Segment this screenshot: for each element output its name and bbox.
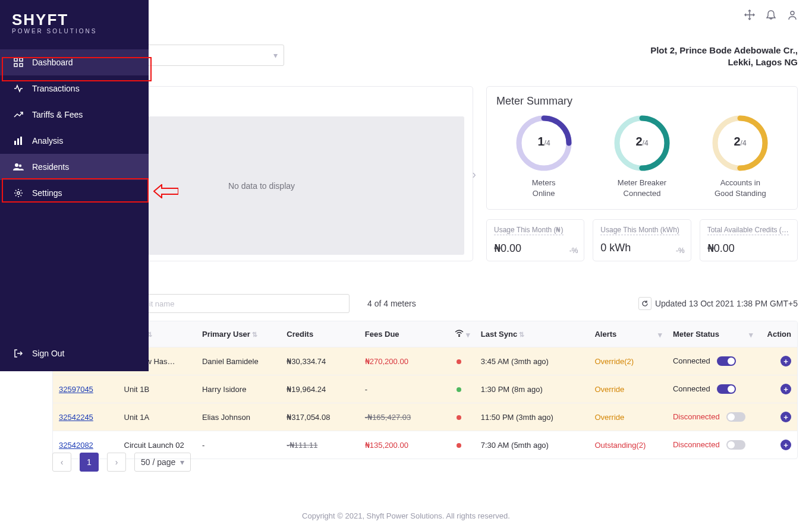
per-page-select[interactable]: 50 / page ▾ [134,453,191,472]
stat-card: Usage This Month (₦) ₦0.00 -% [486,219,584,261]
pager: ‹ 1 › 50 / page ▾ [52,453,191,472]
cell-user: - [196,431,281,459]
ring-label: MetersOnline [514,178,574,198]
stat-row: Usage This Month (₦) ₦0.00 -% Usage This… [486,219,798,261]
sidebar-item-analysis[interactable]: Analysis [0,128,149,154]
th-alerts[interactable]: Alerts▾ [588,321,666,347]
sidebar-item-transactions[interactable]: Transactions [0,75,149,102]
svg-rect-6 [20,137,22,145]
move-icon[interactable] [744,10,755,22]
cell-action: + [758,403,797,431]
cell-meter-id[interactable]: 32597045 [53,375,118,403]
cell-user: Elias Johnson [196,403,281,431]
logo-main: SHYFT [12,11,137,29]
signout-label: Sign Out [32,349,64,358]
sidebar-item-label: Settings [32,188,62,198]
meter-toggle[interactable] [726,412,745,422]
cell-sync: 1:30 PM (8m ago) [475,375,589,403]
cell-meter-status: Disconnected [667,403,758,431]
stat-value: ₦0.00 [494,242,577,255]
summary-column: Meter Summary 1/4 MetersOnline 2/4 Meter… [486,86,798,261]
stat-label: Usage This Month (kWh) [600,226,679,235]
cell-fees: ₦270,200.00 [359,347,443,375]
page-current[interactable]: 1 [80,453,99,472]
svg-rect-0 [14,58,17,61]
stat-pct: -% [569,246,578,255]
cell-fees: ₦135,200.00 [359,431,443,459]
sidebar-item-label: Residents [32,162,69,172]
table-row: 32597045 Unit 1B Harry Isidore ₦19,964.2… [53,375,797,403]
cell-meter-status: Connected [667,347,758,375]
cell-status-dot [443,403,475,431]
filter-icon: ▾ [658,330,662,339]
cell-status-dot [443,375,475,403]
meter-toggle[interactable] [717,356,736,366]
ring-label: Accounts inGood Standing [710,178,770,198]
cell-action: + [758,375,797,403]
sidebar-item-label: Dashboard [32,58,73,67]
th-signal[interactable]: ▾ [443,321,475,347]
page-prev[interactable]: ‹ [52,453,71,472]
meter-summary-card: Meter Summary 1/4 MetersOnline 2/4 Meter… [486,86,798,210]
sidebar-item-dashboard[interactable]: Dashboard [0,49,149,75]
sidebar-item-settings[interactable]: Settings [0,180,149,206]
ring-stat: 2/4 Accounts inGood Standing [710,113,770,198]
logo: SHYFT POWER SOLUTIONS [0,0,149,49]
cell-status-dot [443,431,475,459]
chart-next[interactable]: › [472,167,476,181]
stat-label: Usage This Month (₦) [494,226,564,235]
updated-info: Updated 13 Oct 2021 1:38 PM GMT+5 [638,297,798,310]
grid-icon [12,58,25,67]
th-action: Action [758,321,797,347]
cell-fees: - [359,375,443,403]
svg-text:2/4: 2/4 [635,135,648,148]
ring-stat: 2/4 Meter BreakerConnected [612,113,672,198]
header-row: ex ▾ Plot 2, Prince Bode Adebowale Cr., … [52,45,798,69]
meter-toggle[interactable] [717,384,736,394]
cell-credits: -₦111.11 [281,431,358,459]
chevron-down-icon: ▾ [180,457,184,467]
th-status[interactable]: Meter Status▾ [667,321,758,347]
svg-rect-3 [20,64,23,67]
refresh-icon[interactable] [638,297,652,310]
page-next[interactable]: › [107,453,126,472]
row-action-button[interactable]: + [780,384,791,394]
cell-sync: 3:45 AM (3mth ago) [475,347,589,375]
svg-rect-4 [14,141,16,145]
meter-summary-rings: 1/4 MetersOnline 2/4 Meter BreakerConnec… [496,113,788,198]
row-action-button[interactable]: + [780,440,791,450]
cell-meter-status: Disconnected [667,431,758,459]
footer: Copyright © 2021, Shyft Power Solutions.… [0,511,812,520]
row-action-button[interactable]: + [780,356,791,366]
th-sync[interactable]: Last Sync⇅ [475,321,589,347]
bell-icon[interactable] [766,10,776,22]
cell-meter-status: Connected [667,375,758,403]
meter-count: 4 of 4 meters [367,299,416,308]
logo-sub: POWER SOLUTIONS [12,28,137,34]
user-icon[interactable] [787,10,798,22]
cell-name: Unit 1A [118,403,196,431]
svg-rect-1 [20,58,23,61]
annotation-arrow [153,184,178,200]
cell-meter-id[interactable]: 32542245 [53,403,118,431]
svg-point-8 [19,165,22,167]
sidebar-item-residents[interactable]: Residents [0,154,149,180]
filter-icon: ▾ [749,330,753,339]
sidebar-item-tariffs[interactable]: Tariffs & Fees [0,102,149,128]
cell-fees: -₦165,427.03 [359,403,443,431]
stat-pct: -% [676,246,685,255]
svg-rect-2 [14,64,17,67]
cell-action: + [758,347,797,375]
meter-toggle[interactable] [726,440,745,450]
filter-icon: ▾ [466,330,470,339]
cell-credits: ₦317,054.08 [281,403,358,431]
sidebar-item-label: Analysis [32,136,63,146]
chevron-down-icon: ▾ [273,50,278,60]
topbar [744,10,798,22]
address-line1: Plot 2, Prince Bode Adebowale Cr., [650,45,798,56]
sidebar-signout[interactable]: Sign Out [0,340,149,366]
stat-card: Total Available Credits (… ₦0.00 [700,219,798,261]
th-user[interactable]: Primary User⇅ [196,321,281,347]
row-action-button[interactable]: + [780,412,791,422]
cell-alert: Override(2) [588,347,666,375]
